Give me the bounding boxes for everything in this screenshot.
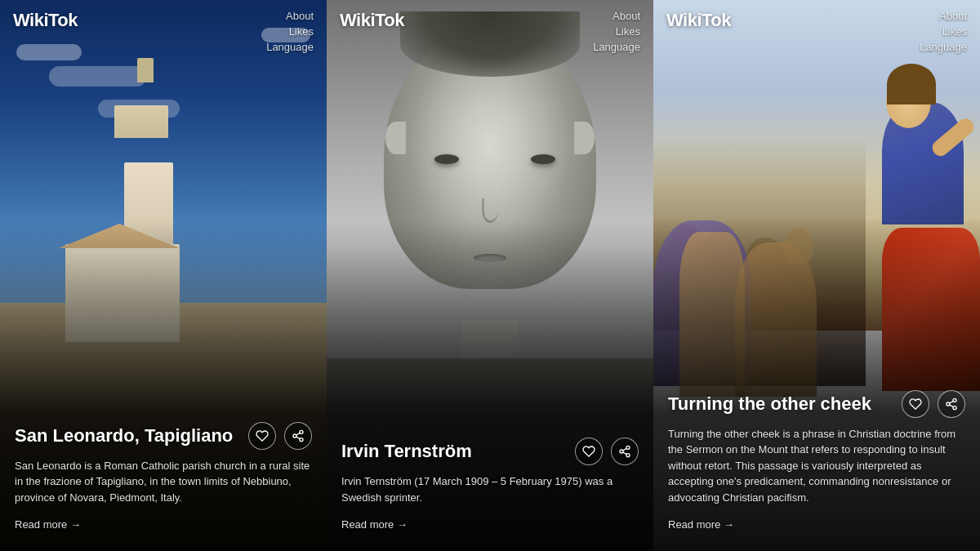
nav-language[interactable]: Language [920, 41, 967, 53]
card-description: Turning the other cheek is a phrase in C… [668, 426, 965, 506]
share-icon [945, 398, 958, 411]
read-more-link[interactable]: Read more → [668, 518, 734, 531]
card-title: San Leonardo, Tapigliano [15, 425, 240, 447]
card-description: San Leonardo is a Roman Catholic parish … [15, 458, 312, 506]
svg-line-13 [950, 405, 954, 407]
svg-point-11 [947, 402, 950, 406]
svg-point-10 [953, 398, 956, 402]
card-actions [902, 390, 965, 418]
svg-point-5 [626, 446, 630, 449]
title-row: Turning the other cheek [668, 390, 965, 418]
card-actions [575, 438, 639, 465]
share-icon [618, 445, 631, 458]
app-title: WikiTok [13, 10, 78, 31]
nav-about[interactable]: About [286, 10, 314, 22]
app-title: WikiTok [340, 10, 404, 31]
read-more-link[interactable]: Read more → [15, 518, 81, 531]
svg-line-8 [623, 452, 627, 455]
heart-icon [582, 445, 595, 458]
app-title: WikiTok [666, 10, 731, 31]
like-button[interactable] [902, 390, 929, 418]
heart-icon [909, 398, 922, 411]
card-title: Turning the other cheek [668, 393, 893, 415]
svg-point-0 [300, 430, 303, 433]
nav-links: About Likes Language [593, 10, 640, 53]
svg-point-2 [300, 438, 303, 441]
svg-point-1 [293, 434, 296, 438]
card-header: WikiTok About Likes Language [327, 0, 653, 63]
svg-point-7 [626, 454, 630, 457]
nav-about[interactable]: About [612, 10, 640, 22]
share-icon [292, 429, 305, 442]
nav-language[interactable]: Language [593, 41, 640, 53]
share-button[interactable] [938, 390, 965, 418]
card-description: Irvin Ternström (17 March 1909 – 5 Febru… [341, 473, 639, 505]
card-irvin: WikiTok About Likes Language Irvin Terns… [327, 0, 653, 551]
card-actions [248, 422, 312, 450]
card-header: WikiTok About Likes Language [0, 0, 327, 63]
card-san-leonardo: WikiTok About Likes Language San Leonard… [0, 0, 327, 551]
svg-line-3 [296, 437, 301, 439]
card-content: San Leonardo, Tapigliano San Leonardo is… [0, 406, 327, 552]
nav-likes[interactable]: Likes [616, 25, 640, 38]
svg-line-14 [950, 401, 954, 403]
nav-likes[interactable]: Likes [289, 25, 314, 38]
card-header: WikiTok About Likes Language [653, 0, 980, 63]
nav-about[interactable]: About [939, 10, 967, 22]
nav-language[interactable]: Language [266, 41, 314, 53]
like-button[interactable] [248, 422, 276, 450]
svg-line-4 [296, 433, 301, 435]
nav-likes[interactable]: Likes [942, 25, 967, 38]
read-more-link[interactable]: Read more → [341, 518, 408, 531]
title-row: Irvin Ternström [341, 438, 639, 465]
share-button[interactable] [611, 438, 639, 465]
nav-links: About Likes Language [266, 10, 314, 53]
card-title: Irvin Ternström [341, 441, 567, 462]
heart-icon [256, 429, 269, 442]
title-row: San Leonardo, Tapigliano [15, 422, 312, 450]
like-button[interactable] [575, 438, 603, 465]
svg-line-9 [623, 448, 627, 451]
share-button[interactable] [284, 422, 312, 450]
card-content: Irvin Ternström Irvin Ternström (17 Marc… [327, 421, 653, 551]
svg-point-12 [953, 406, 956, 409]
svg-point-6 [620, 450, 623, 453]
nav-links: About Likes Language [920, 10, 967, 53]
card-sermon: WikiTok About Likes Language Turning the… [653, 0, 980, 551]
card-content: Turning the other cheek Turning the othe… [653, 374, 980, 552]
